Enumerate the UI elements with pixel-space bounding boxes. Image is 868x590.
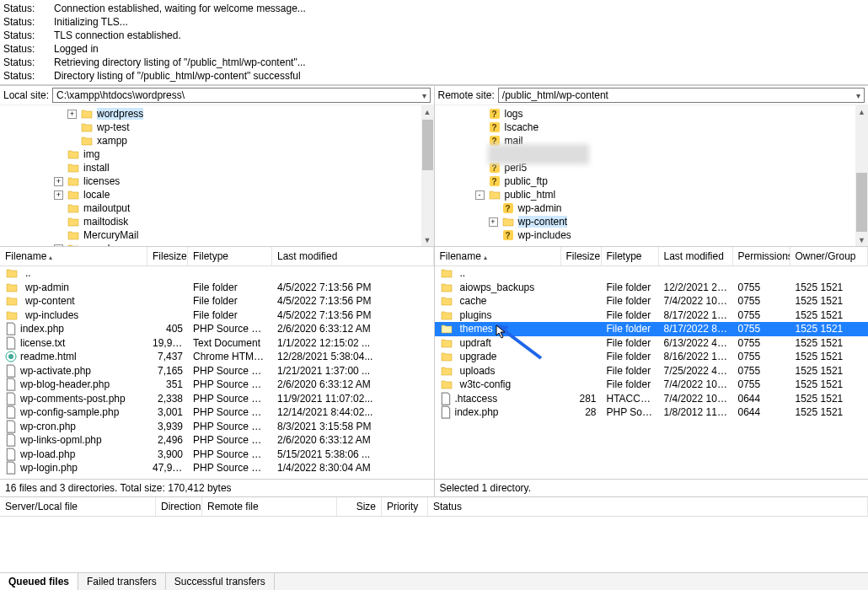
- tree-item[interactable]: xampp: [0, 134, 434, 148]
- file-row[interactable]: wp-login.php47,916PHP Source File1/4/202…: [0, 461, 434, 475]
- remote-column-headers[interactable]: Filename▴ Filesize Filetype Last modifie…: [435, 247, 869, 266]
- file-row[interactable]: aiowps_backupsFile folder12/2/2021 2:09:…: [435, 281, 869, 295]
- tree-item[interactable]: MercuryMail: [0, 228, 434, 242]
- col-status[interactable]: Status: [428, 497, 868, 516]
- file-row[interactable]: wp-cron.php3,939PHP Source File8/3/2021 …: [0, 420, 434, 434]
- tree-item[interactable]: mailoutput: [0, 201, 434, 215]
- tree-item[interactable]: +wordpress: [0, 107, 434, 121]
- tree-item[interactable]: mailtodisk: [0, 215, 434, 228]
- file-row[interactable]: wp-activate.php7,165PHP Source File1/21/…: [0, 364, 434, 378]
- scroll-thumb[interactable]: [856, 173, 867, 232]
- tab-failed[interactable]: Failed transfers: [78, 573, 166, 590]
- col-filesize[interactable]: Filesize: [147, 247, 188, 266]
- tree-item[interactable]: +mysql: [0, 242, 434, 247]
- folder-icon: [67, 175, 80, 187]
- file-row[interactable]: wp-load.php3,900PHP Source File5/15/2021…: [0, 448, 434, 462]
- file-row[interactable]: upgradeFile folder8/16/2022 1:53:...0755…: [435, 350, 869, 364]
- file-row[interactable]: pluginsFile folder8/17/2022 1:33:...0755…: [435, 308, 869, 323]
- queue-body[interactable]: [0, 517, 868, 572]
- file-row[interactable]: cacheFile folder7/4/2022 10:38:...075515…: [435, 294, 869, 308]
- tree-item[interactable]: ?lscache: [435, 121, 869, 134]
- file-modified: 2/6/2020 6:33:12 AM: [272, 322, 434, 336]
- file-row[interactable]: ..: [435, 266, 869, 281]
- file-row[interactable]: wp-contentFile folder4/5/2022 7:13:56 PM: [0, 294, 434, 308]
- file-row[interactable]: .htaccess281HTACCESS ...7/4/2022 10:26:.…: [435, 392, 869, 406]
- file-row[interactable]: wp-includesFile folder4/5/2022 7:13:56 P…: [0, 308, 434, 323]
- tree-item[interactable]: install: [0, 161, 434, 174]
- local-tree[interactable]: +wordpresswp-testxamppimginstall+license…: [0, 105, 434, 247]
- col-owner[interactable]: Owner/Group: [790, 247, 869, 266]
- file-row[interactable]: uploadsFile folder7/25/2022 4:36:...0755…: [435, 364, 869, 378]
- chevron-down-icon[interactable]: ▾: [422, 91, 426, 100]
- remote-path-input[interactable]: /public_html/wp-content ▾: [498, 88, 865, 103]
- tree-item[interactable]: ?logs: [435, 107, 869, 121]
- col-filename[interactable]: Filename▴: [435, 247, 561, 266]
- remote-rows[interactable]: ..aiowps_backupsFile folder12/2/2021 2:0…: [435, 266, 869, 479]
- col-remote[interactable]: Remote file: [202, 497, 337, 516]
- scroll-thumb[interactable]: [422, 120, 433, 170]
- tab-success[interactable]: Successful transfers: [166, 573, 275, 590]
- col-filename[interactable]: Filename▴: [0, 247, 147, 266]
- unknown-folder-icon: ?: [488, 108, 501, 120]
- scroll-up-icon[interactable]: ▲: [855, 105, 868, 118]
- tree-item[interactable]: ?wp-admin: [435, 201, 869, 215]
- expand-toggle[interactable]: +: [54, 244, 63, 248]
- tree-item[interactable]: -public_html: [435, 188, 869, 201]
- scrollbar[interactable]: ▲ ▼: [421, 105, 434, 246]
- tree-item[interactable]: wp-test: [0, 121, 434, 134]
- col-server[interactable]: Server/Local file: [0, 497, 156, 516]
- file-row[interactable]: wp-config-sample.php3,001PHP Source File…: [0, 405, 434, 420]
- file-row[interactable]: license.txt19,915Text Document1/1/2022 1…: [0, 336, 434, 351]
- chevron-down-icon[interactable]: ▾: [856, 91, 860, 100]
- file-row[interactable]: index.php405PHP Source File2/6/2020 6:33…: [0, 322, 434, 336]
- col-priority[interactable]: Priority: [382, 497, 428, 516]
- file-size: [561, 266, 602, 281]
- tree-item[interactable]: ?public_ftp: [435, 174, 869, 188]
- queue-headers[interactable]: Server/Local file Direction Remote file …: [0, 497, 868, 517]
- col-direction[interactable]: Direction: [156, 497, 202, 516]
- file-name: plugins: [460, 308, 492, 323]
- local-column-headers[interactable]: Filename▴ Filesize Filetype Last modifie…: [0, 247, 434, 266]
- col-filesize[interactable]: Filesize: [561, 247, 602, 266]
- scrollbar[interactable]: ▲ ▼: [855, 105, 868, 246]
- expand-toggle[interactable]: +: [489, 217, 498, 227]
- file-row[interactable]: themesFile folder8/17/2022 8:55:...07551…: [435, 322, 869, 336]
- file-row[interactable]: wp-links-opml.php2,496PHP Source File2/6…: [0, 433, 434, 448]
- file-row[interactable]: w3tc-configFile folder7/4/2022 10:37:...…: [435, 378, 869, 392]
- remote-tree[interactable]: ?logs?lscache?mail?perl5?public_ftp-publ…: [435, 105, 869, 247]
- col-modified[interactable]: Last modified: [659, 247, 733, 266]
- tree-item[interactable]: [435, 148, 869, 161]
- expand-toggle: [475, 110, 485, 119]
- tree-item[interactable]: img: [0, 148, 434, 161]
- folder-icon: [440, 365, 453, 377]
- file-row[interactable]: index.php28PHP Sourc...1/8/2012 11:01:..…: [435, 405, 869, 420]
- scroll-up-icon[interactable]: ▲: [421, 105, 434, 118]
- col-permissions[interactable]: Permissions: [733, 247, 790, 266]
- expand-toggle[interactable]: +: [67, 110, 77, 119]
- file-row[interactable]: wp-adminFile folder4/5/2022 7:13:56 PM: [0, 281, 434, 295]
- col-filetype[interactable]: Filetype: [602, 247, 659, 266]
- expand-toggle[interactable]: +: [54, 190, 63, 200]
- file-modified: 12/2/2021 2:09:...: [659, 281, 733, 295]
- local-path-input[interactable]: C:\xampp\htdocs\wordpress\ ▾: [52, 88, 430, 103]
- expand-toggle[interactable]: +: [54, 177, 63, 186]
- local-rows[interactable]: ..wp-adminFile folder4/5/2022 7:13:56 PM…: [0, 266, 434, 479]
- tree-item[interactable]: +locale: [0, 188, 434, 201]
- tree-item-label: img: [83, 148, 99, 160]
- file-row[interactable]: readme.html7,437Chrome HTML Do...12/28/2…: [0, 350, 434, 364]
- tree-item[interactable]: +wp-content: [435, 215, 869, 228]
- file-row[interactable]: wp-blog-header.php351PHP Source File2/6/…: [0, 378, 434, 392]
- scroll-down-icon[interactable]: ▼: [421, 233, 434, 246]
- tab-queued[interactable]: Queued files: [0, 573, 78, 590]
- scroll-down-icon[interactable]: ▼: [855, 233, 868, 246]
- tree-item[interactable]: +licenses: [0, 174, 434, 188]
- file-size: [147, 281, 188, 295]
- tree-item[interactable]: ?wp-includes: [435, 228, 869, 242]
- file-row[interactable]: wp-comments-post.php2,338PHP Source File…: [0, 392, 434, 406]
- expand-toggle[interactable]: -: [475, 190, 485, 200]
- file-row[interactable]: updraftFile folder6/13/2022 4:00:...0755…: [435, 336, 869, 351]
- col-size[interactable]: Size: [337, 497, 382, 516]
- file-row[interactable]: ..: [0, 266, 434, 281]
- col-modified[interactable]: Last modified: [272, 247, 434, 266]
- col-filetype[interactable]: Filetype: [188, 247, 272, 266]
